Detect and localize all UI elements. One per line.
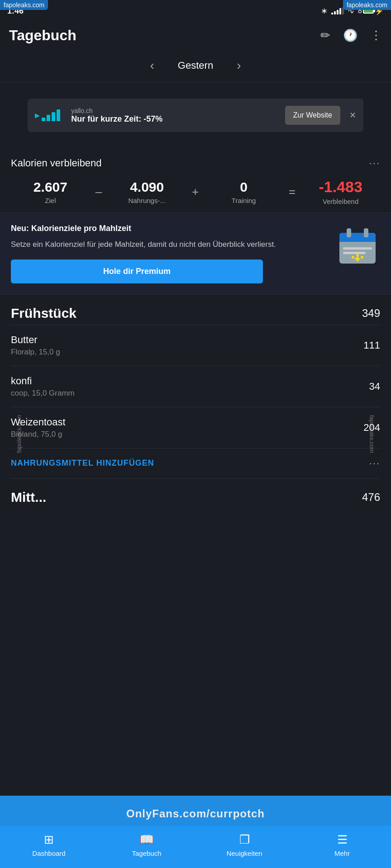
- nav-tagebuch-label: Tagebuch: [132, 849, 161, 857]
- training-label: Training: [204, 197, 283, 204]
- svg-rect-5: [343, 247, 372, 250]
- watermark-top-right: fapoleaks.com: [343, 0, 391, 10]
- ad-domain: yallo.ch: [71, 107, 278, 114]
- nahrung-label: Nahrungs-...: [107, 197, 186, 204]
- page-title: Tagebuch: [9, 27, 313, 44]
- food-cal-butter: 111: [363, 340, 380, 351]
- ad-text: yallo.ch Nur für kurze Zeit: -57%: [71, 107, 278, 124]
- mittagessen-section: Mitt... 476: [0, 479, 391, 577]
- add-food-row: NAHRUNGSMITTEL HINZUFÜGEN ···: [11, 448, 380, 478]
- food-item-butter[interactable]: Butter Floralp, 15,0 g 111: [11, 325, 380, 366]
- status-bar: 1:46 ∗ ∿ 8 ⚡: [0, 0, 391, 22]
- watermark-right: fapoleaks.com: [369, 415, 376, 453]
- ad-cta-button[interactable]: Zur Website: [285, 106, 340, 125]
- promo-section: Neu: Kalorienziele pro Mahlzeit Setze ei…: [0, 212, 391, 295]
- clock-icon[interactable]: 🕐: [343, 28, 358, 42]
- calories-more-icon[interactable]: ···: [369, 157, 380, 169]
- nav-mehr[interactable]: ☰ Mehr: [293, 833, 391, 857]
- ad-close-icon[interactable]: ✕: [349, 110, 356, 120]
- calorie-training: 0 Training: [204, 179, 283, 204]
- calorie-remaining: -1.483 Verbleibend: [301, 178, 380, 205]
- add-food-button[interactable]: NAHRUNGSMITTEL HINZUFÜGEN: [11, 458, 154, 468]
- neuigkeiten-icon: ❐: [239, 833, 250, 847]
- breakfast-section: Frühstück 349 Butter Floralp, 15,0 g 111…: [0, 295, 391, 478]
- date-next-button[interactable]: ›: [231, 57, 246, 75]
- food-item-weizentoast[interactable]: Weizentoast Bioland, 75,0 g 204: [11, 407, 380, 448]
- calorie-ziel: 2.607 Ziel: [11, 179, 90, 204]
- food-name-konfi: konfi: [11, 375, 75, 387]
- add-food-more-icon[interactable]: ···: [369, 458, 380, 469]
- overlay-banner: OnlyFans.com/currpotch: [0, 796, 391, 832]
- food-cal-konfi: 34: [369, 381, 380, 392]
- promo-heading: Neu: Kalorienziele pro Mahlzeit: [11, 224, 326, 233]
- training-value: 0: [204, 179, 283, 195]
- watermark-top-left: fapoleaks.com: [0, 0, 48, 10]
- bottom-nav: ⊞ Dashboard 📖 Tagebuch ❐ Neuigkeiten ☰ M…: [0, 826, 391, 868]
- date-prev-button[interactable]: ‹: [145, 57, 160, 75]
- date-label: Gestern: [178, 60, 213, 71]
- tagebuch-icon: 📖: [139, 833, 154, 847]
- svg-rect-6: [343, 252, 366, 254]
- ad-container: ▶ yallo.ch Nur für kurze Zeit: -57% Zur …: [0, 82, 391, 148]
- equals-operator: =: [287, 185, 297, 199]
- breakfast-calories: 349: [362, 307, 380, 320]
- nav-tagebuch[interactable]: 📖 Tagebuch: [98, 833, 196, 857]
- bluetooth-icon: ∗: [321, 6, 328, 16]
- signal-icon: [331, 7, 344, 14]
- nahrung-value: 4.090: [107, 179, 186, 195]
- svg-point-9: [356, 254, 359, 257]
- food-detail-butter: Floralp, 15,0 g: [11, 348, 60, 357]
- watermark-left: fapoleaks.com: [15, 415, 22, 453]
- food-info-butter: Butter Floralp, 15,0 g: [11, 334, 60, 357]
- food-detail-konfi: coop, 15,0 Gramm: [11, 389, 75, 398]
- ziel-label: Ziel: [11, 197, 90, 204]
- nav-neuigkeiten[interactable]: ❐ Neuigkeiten: [196, 833, 293, 857]
- premium-button[interactable]: Hole dir Premium: [11, 259, 263, 283]
- ad-bar-3: [52, 112, 55, 121]
- ad-banner: ▶ yallo.ch Nur für kurze Zeit: -57% Zur …: [28, 99, 363, 132]
- header-icons: ✏ 🕐 ⋮: [320, 28, 382, 42]
- edit-icon[interactable]: ✏: [320, 28, 330, 42]
- mittagessen-calories: 476: [362, 491, 380, 504]
- date-nav: ‹ Gestern ›: [0, 49, 391, 82]
- svg-rect-4: [364, 228, 368, 237]
- header: Tagebuch ✏ 🕐 ⋮: [0, 22, 391, 49]
- plus-operator: +: [190, 185, 200, 199]
- ad-bar-2: [47, 115, 50, 121]
- ad-description: Nur für kurze Zeit: -57%: [71, 114, 278, 124]
- promo-body: Setze ein Kalorienziel für jede Mahlzeit…: [11, 239, 326, 250]
- ad-logo: [42, 109, 60, 121]
- more-icon[interactable]: ⋮: [370, 28, 382, 42]
- mittagessen-title: Mitt...: [11, 490, 46, 505]
- ad-logo-area: ▶: [35, 109, 64, 121]
- food-item-konfi[interactable]: konfi coop, 15,0 Gramm 34: [11, 366, 380, 407]
- calories-title: Kalorien verbleibend: [11, 157, 102, 169]
- nav-dashboard-label: Dashboard: [32, 849, 65, 857]
- mehr-icon: ☰: [337, 833, 348, 847]
- calories-section: Kalorien verbleibend ··· 2.607 Ziel – 4.…: [0, 148, 391, 212]
- minus-operator: –: [94, 185, 104, 199]
- breakfast-title: Frühstück: [11, 306, 76, 321]
- calories-row: 2.607 Ziel – 4.090 Nahrungs-... + 0 Trai…: [11, 178, 380, 205]
- calorie-nahrung: 4.090 Nahrungs-...: [107, 179, 186, 204]
- svg-point-10: [361, 256, 363, 259]
- svg-rect-2: [339, 239, 376, 242]
- ziel-value: 2.607: [11, 179, 90, 195]
- food-name-butter: Butter: [11, 334, 60, 346]
- ad-bar-1: [42, 118, 45, 121]
- promo-text-area: Neu: Kalorienziele pro Mahlzeit Setze ei…: [11, 224, 326, 283]
- dashboard-icon: ⊞: [44, 833, 54, 847]
- nav-neuigkeiten-label: Neuigkeiten: [226, 849, 262, 857]
- svg-rect-3: [347, 228, 351, 237]
- nav-dashboard[interactable]: ⊞ Dashboard: [0, 833, 98, 857]
- ad-bar-4: [57, 109, 60, 121]
- food-info-konfi: konfi coop, 15,0 Gramm: [11, 375, 75, 398]
- calories-header: Kalorien verbleibend ···: [11, 157, 380, 169]
- overlay-text: OnlyFans.com/currpotch: [126, 807, 265, 820]
- remaining-label: Verbleibend: [301, 198, 380, 205]
- calendar-premium-icon: [335, 224, 380, 271]
- nav-mehr-label: Mehr: [334, 849, 350, 857]
- remaining-value: -1.483: [301, 178, 380, 196]
- ad-play-icon: ▶: [35, 112, 40, 119]
- breakfast-header: Frühstück 349: [11, 306, 380, 321]
